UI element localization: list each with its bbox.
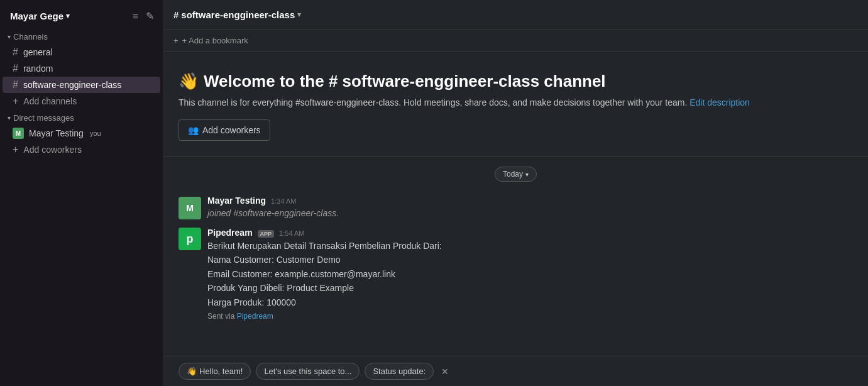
message-item: p Pipedream APP 1:54 AM Berikut Merupaka… [163, 224, 868, 324]
message-content: Pipedream APP 1:54 AM Berikut Merupakan … [207, 228, 853, 321]
close-suggestions-button[interactable]: ✕ [439, 365, 451, 378]
channels-section-label: Channels [13, 32, 48, 41]
channel-header: # software-enggineer-class ▾ [163, 0, 868, 30]
add-coworkers-button[interactable]: 👥 Add coworkers [179, 119, 270, 141]
workspace-chevron-icon: ▾ [66, 12, 70, 20]
channel-label-general: general [23, 47, 53, 57]
channels-section: ▾ Channels # general # random # software… [0, 30, 163, 109]
add-channels-item[interactable]: + Add channels [3, 93, 160, 109]
suggestion-emoji: 👋 [187, 367, 197, 376]
avatar: M [13, 128, 24, 139]
pipedream-icon: p [187, 233, 194, 246]
plus-icon: + [13, 96, 18, 107]
welcome-title-text: Welcome to the # software-enggineer-clas… [204, 72, 606, 91]
dm-section-header[interactable]: ▾ Direct messages [0, 111, 163, 125]
suggestion-label: Status update: [373, 367, 426, 376]
workspace-name-label: Mayar Gege [10, 11, 63, 21]
welcome-title: 👋 Welcome to the # software-enggineer-cl… [179, 72, 853, 91]
message-sender: Pipedream [207, 228, 253, 238]
sidebar-item-general[interactable]: # general [3, 44, 160, 60]
edit-description-link[interactable]: Edit description [689, 97, 750, 108]
dm-label-mayar: Mayar Testing [29, 128, 84, 138]
pipedream-avatar: p [179, 228, 201, 250]
channel-label-class: software-enggineer-class [23, 80, 121, 90]
body-line-3: Email Customer: example.customer@mayar.l… [207, 267, 853, 281]
bookmark-bar: + + Add a bookmark [163, 30, 868, 52]
close-icon: ✕ [441, 367, 449, 377]
channel-label-random: random [23, 63, 53, 74]
welcome-emoji: 👋 [179, 72, 199, 91]
avatar: M [179, 197, 201, 219]
suggestion-label: Let's use this space to... [264, 367, 351, 376]
add-coworkers-btn-label: Add coworkers [202, 125, 261, 135]
add-channels-label: Add channels [23, 96, 77, 106]
dm-you-badge: you [90, 130, 101, 137]
sidebar: Mayar Gege ▾ ≡ ✎ ▾ Channels # general [0, 0, 163, 386]
suggestion-pill-space[interactable]: Let's use this space to... [256, 363, 360, 380]
sent-via-prefix: Sent via [207, 312, 237, 321]
avatar-initial: M [186, 203, 194, 213]
dm-arrow-icon: ▾ [8, 114, 11, 121]
suggestion-pill-hello[interactable]: 👋 Hello, team! [179, 363, 251, 380]
today-badge[interactable]: Today ▾ [495, 167, 537, 182]
filter-button[interactable]: ≡ [131, 9, 140, 23]
sidebar-header-actions: ≡ ✎ [131, 9, 155, 23]
hash-icon: # [13, 63, 18, 74]
suggestion-label: Hello, team! [199, 367, 243, 376]
people-icon: 👥 [188, 125, 199, 135]
bookmark-label[interactable]: + Add a bookmark [182, 36, 248, 45]
message-text: joined #software-enggineer-class. [207, 207, 853, 220]
sidebar-item-software-enggineer-class[interactable]: # software-enggineer-class [3, 77, 160, 93]
channel-title[interactable]: # software-enggineer-class ▾ [173, 9, 301, 20]
welcome-description: This channel is for everything #software… [179, 96, 853, 109]
dm-section-label: Direct messages [13, 113, 74, 123]
message-item: M Mayar Testing 1:34 AM joined #software… [163, 192, 868, 224]
channel-chevron-icon: ▾ [297, 11, 301, 19]
channels-arrow-icon: ▾ [8, 33, 11, 40]
today-separator: Today ▾ [163, 157, 868, 192]
compose-icon: ✎ [146, 11, 154, 21]
sent-via: Sent via Pipedream [207, 312, 853, 321]
message-time: 1:34 AM [271, 197, 296, 205]
message-body-lines: Berikut Merupakan Detail Transaksi Pembe… [207, 239, 853, 309]
welcome-section: 👋 Welcome to the # software-enggineer-cl… [163, 52, 868, 157]
avatar-initials: M [16, 130, 21, 137]
pipedream-link[interactable]: Pipedream [237, 312, 273, 321]
body-line-4: Produk Yang Dibeli: Product Example [207, 281, 853, 295]
compose-button[interactable]: ✎ [145, 9, 155, 23]
direct-messages-section: ▾ Direct messages M Mayar Testing you + … [0, 111, 163, 158]
messages-area: 👋 Welcome to the # software-enggineer-cl… [163, 52, 868, 356]
channels-section-header[interactable]: ▾ Channels [0, 30, 163, 44]
sidebar-item-mayar-testing[interactable]: M Mayar Testing you [3, 125, 160, 141]
filter-icon: ≡ [133, 11, 138, 21]
sidebar-item-random[interactable]: # random [3, 60, 160, 77]
today-chevron-icon: ▾ [525, 171, 529, 178]
suggestion-pill-status[interactable]: Status update: [365, 363, 434, 380]
message-sender: Mayar Testing [207, 196, 266, 206]
message-content: Mayar Testing 1:34 AM joined #software-e… [207, 196, 853, 220]
main-content: # software-enggineer-class ▾ + + Add a b… [163, 0, 868, 386]
today-label: Today [503, 170, 523, 179]
message-header: Mayar Testing 1:34 AM [207, 196, 853, 206]
add-coworkers-item[interactable]: + Add coworkers [3, 141, 160, 158]
body-line-2: Nama Customer: Customer Demo [207, 253, 853, 267]
welcome-desc-text: This channel is for everything #software… [179, 97, 687, 108]
bookmark-plus-icon: + [173, 36, 179, 45]
channel-name: software-enggineer-class [181, 9, 295, 20]
workspace-name[interactable]: Mayar Gege ▾ [10, 11, 70, 21]
app-badge: APP [258, 230, 275, 238]
hash-icon: # [13, 47, 18, 58]
plus-icon: + [13, 144, 18, 155]
add-coworkers-label: Add coworkers [23, 145, 82, 155]
hash-prefix: # [173, 9, 179, 20]
suggestion-bar: 👋 Hello, team! Let's use this space to..… [163, 356, 868, 386]
hash-icon: # [13, 79, 18, 91]
workspace-header: Mayar Gege ▾ ≡ ✎ [0, 5, 163, 30]
body-line-5: Harga Produk: 100000 [207, 295, 853, 309]
message-header: Pipedream APP 1:54 AM [207, 228, 853, 238]
body-line-1: Berikut Merupakan Detail Transaksi Pembe… [207, 239, 853, 253]
message-time: 1:54 AM [279, 229, 304, 237]
message-body: joined #software-enggineer-class. [207, 208, 339, 218]
